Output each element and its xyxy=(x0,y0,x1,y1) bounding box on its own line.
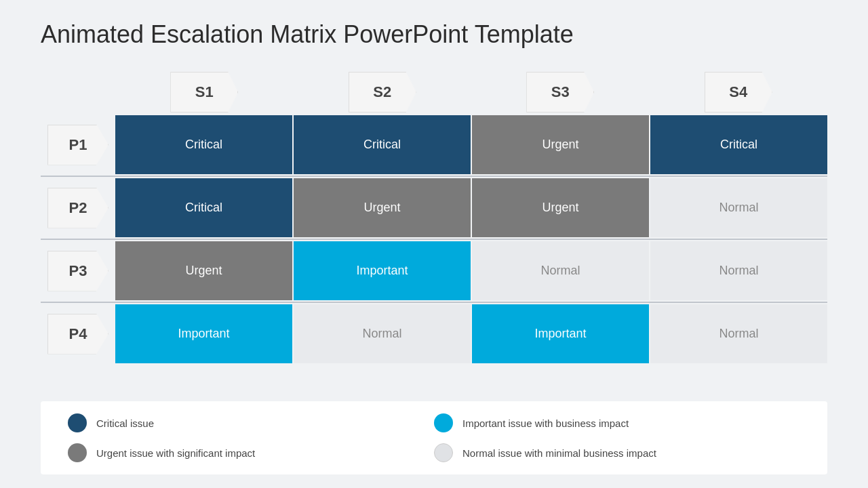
cell-p4-s2: Normal xyxy=(294,304,471,363)
row-label-p2: P2 xyxy=(47,188,108,228)
row-header-p3: P3 xyxy=(41,241,115,300)
legend-text-urgent: Urgent issue with significant impact xyxy=(96,447,255,459)
legend-item-urgent: Urgent issue with significant impact xyxy=(68,443,434,462)
column-headers: S1S2S3S4 xyxy=(115,68,827,115)
row-cells-p2: CriticalUrgentUrgentNormal xyxy=(115,178,827,237)
row-cells-p3: UrgentImportantNormalNormal xyxy=(115,241,827,300)
cell-p2-s2: Urgent xyxy=(294,178,471,237)
cell-p2-s1: Critical xyxy=(115,178,292,237)
legend-dot-important xyxy=(434,413,453,432)
cell-p4-s1: Important xyxy=(115,304,292,363)
row-header-p4: P4 xyxy=(41,304,115,363)
col-label-s3: S3 xyxy=(526,72,594,113)
cell-p1-s2: Critical xyxy=(294,115,471,174)
row-divider-2 xyxy=(41,239,827,240)
matrix-container: S1S2S3S4 P1CriticalCriticalUrgentCritica… xyxy=(41,68,827,363)
row-header-p2: P2 xyxy=(41,178,115,237)
col-label-s2: S2 xyxy=(349,72,416,113)
legend-text-critical: Critical issue xyxy=(96,418,154,429)
legend-item-important: Important issue with business impact xyxy=(434,413,800,432)
cell-p3-s1: Urgent xyxy=(115,241,292,300)
cell-p3-s3: Normal xyxy=(472,241,649,300)
legend-item-critical: Critical issue xyxy=(68,413,434,432)
col-header-s4: S4 xyxy=(650,68,828,115)
matrix-row-p3: P3UrgentImportantNormalNormal xyxy=(41,241,827,300)
cell-p1-s4: Critical xyxy=(650,115,827,174)
legend-left: Critical issueUrgent issue with signific… xyxy=(68,413,434,462)
cell-p3-s4: Normal xyxy=(650,241,827,300)
cell-p2-s4: Normal xyxy=(650,178,827,237)
row-label-p1: P1 xyxy=(47,125,108,165)
row-label-p4: P4 xyxy=(47,314,108,354)
cell-p3-s2: Important xyxy=(294,241,471,300)
legend-item-normal: Normal issue with minimal business impac… xyxy=(434,443,800,462)
matrix-row-p4: P4ImportantNormalImportantNormal xyxy=(41,304,827,363)
cell-p4-s4: Normal xyxy=(650,304,827,363)
matrix-row-p2: P2CriticalUrgentUrgentNormal xyxy=(41,178,827,237)
col-header-s1: S1 xyxy=(115,68,294,115)
page-title: Animated Escalation Matrix PowerPoint Te… xyxy=(41,20,827,49)
legend-dot-normal xyxy=(434,443,453,462)
row-divider-3 xyxy=(41,302,827,303)
matrix-row-p1: P1CriticalCriticalUrgentCritical xyxy=(41,115,827,174)
cell-p1-s1: Critical xyxy=(115,115,292,174)
row-cells-p1: CriticalCriticalUrgentCritical xyxy=(115,115,827,174)
cell-p2-s3: Urgent xyxy=(472,178,649,237)
slide: Animated Escalation Matrix PowerPoint Te… xyxy=(0,0,868,488)
legend-box: Critical issueUrgent issue with signific… xyxy=(41,401,827,474)
col-header-s3: S3 xyxy=(471,68,650,115)
col-label-s1: S1 xyxy=(170,72,238,113)
legend-text-important: Important issue with business impact xyxy=(462,418,629,429)
row-divider-1 xyxy=(41,176,827,177)
col-header-s2: S2 xyxy=(294,68,472,115)
cell-p1-s3: Urgent xyxy=(472,115,649,174)
col-label-s4: S4 xyxy=(705,72,772,113)
legend-right: Important issue with business impactNorm… xyxy=(434,413,800,462)
row-header-p1: P1 xyxy=(41,115,115,174)
legend-dot-urgent xyxy=(68,443,87,462)
legend-text-normal: Normal issue with minimal business impac… xyxy=(462,447,656,459)
cell-p4-s3: Important xyxy=(472,304,649,363)
row-label-p3: P3 xyxy=(47,251,108,291)
legend-dot-critical xyxy=(68,413,87,432)
matrix-rows-area: P1CriticalCriticalUrgentCriticalP2Critic… xyxy=(41,115,827,363)
row-cells-p4: ImportantNormalImportantNormal xyxy=(115,304,827,363)
